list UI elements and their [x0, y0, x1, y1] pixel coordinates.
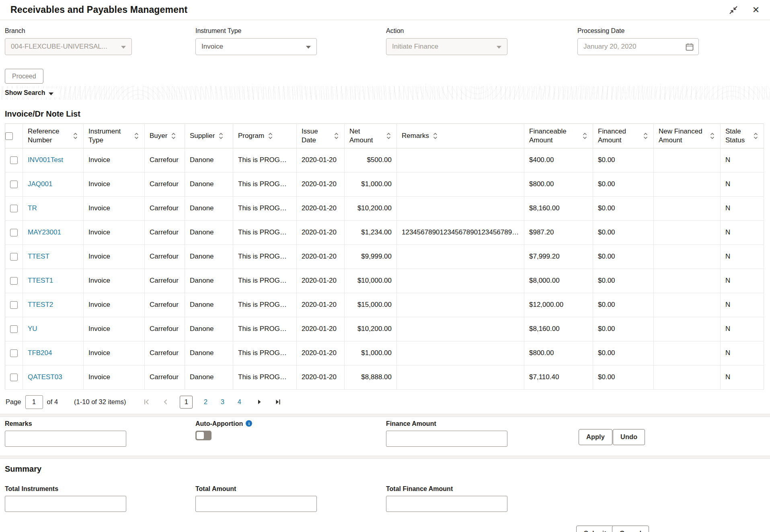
next-page-icon[interactable] [255, 398, 263, 406]
total-finance-amount-input[interactable] [386, 496, 507, 512]
page-button-3[interactable]: 3 [218, 398, 226, 406]
cell-reference: JAQ001 [23, 172, 84, 196]
auto-apportion-toggle[interactable] [195, 431, 211, 440]
column-header-buyer[interactable]: Buyer [145, 124, 185, 148]
page-button-4[interactable]: 4 [235, 398, 243, 406]
sort-icon[interactable] [433, 132, 437, 140]
column-label: New Financed Amount [659, 127, 706, 145]
total-amount-input[interactable] [195, 496, 317, 512]
cell-instrument-type: Invoice [84, 365, 145, 389]
column-header-remarks[interactable]: Remarks [397, 124, 524, 148]
toggle-knob [197, 432, 204, 439]
invoice-table-body: INV001TestInvoiceCarrefourDanoneThis is … [5, 148, 764, 389]
page-buttons: 1234 [180, 396, 243, 409]
sort-icon[interactable] [219, 132, 223, 140]
instrument-type-select[interactable]: Invoice [195, 38, 317, 55]
reference-link[interactable]: TTEST2 [28, 301, 53, 308]
info-icon[interactable]: i [246, 420, 252, 427]
select-all-checkbox[interactable] [5, 132, 13, 140]
invoice-list-title: Invoice/Dr Note List [5, 109, 770, 119]
column-header-instrument[interactable]: Instrument Type [84, 124, 145, 148]
sort-icon[interactable] [754, 132, 758, 140]
collapse-icon[interactable] [728, 5, 739, 15]
total-instruments-input[interactable] [5, 496, 126, 512]
first-page-icon[interactable] [143, 398, 150, 406]
sort-icon[interactable] [171, 132, 176, 140]
cell-net-amount: $10,000.00 [345, 269, 397, 293]
reference-link[interactable]: MAY23001 [28, 228, 61, 236]
column-header-program[interactable]: Program [233, 124, 297, 148]
cell-stale-status: N [721, 365, 764, 389]
cell-net-amount: $8,888.00 [345, 365, 397, 389]
sort-icon[interactable] [386, 132, 391, 140]
row-checkbox[interactable] [10, 325, 18, 333]
processing-date-field: Processing Date January 20, 2020 [577, 27, 699, 55]
cell-select [5, 317, 23, 341]
row-checkbox[interactable] [10, 253, 18, 261]
row-checkbox[interactable] [10, 349, 18, 357]
reference-link[interactable]: QATEST03 [28, 373, 62, 381]
column-header-supplier[interactable]: Supplier [185, 124, 233, 148]
cell-remarks [397, 244, 524, 269]
row-checkbox[interactable] [10, 277, 18, 285]
page-button-1[interactable]: 1 [180, 396, 193, 409]
sort-icon[interactable] [268, 132, 273, 140]
column-header-new_financed[interactable]: New Financed Amount [654, 124, 721, 148]
sort-icon[interactable] [710, 132, 715, 140]
row-checkbox[interactable] [10, 156, 18, 164]
remarks-input[interactable] [5, 431, 126, 447]
column-label: Instrument Type [88, 127, 130, 145]
cell-select [5, 269, 23, 293]
row-checkbox[interactable] [10, 205, 18, 212]
finance-amount-field: Finance Amount [386, 420, 507, 447]
chevron-down-icon [121, 46, 126, 49]
apply-button[interactable]: Apply [579, 429, 612, 445]
column-header-stale[interactable]: Stale Status [721, 124, 764, 148]
processing-date-input[interactable]: January 20, 2020 [577, 38, 699, 55]
branch-select[interactable]: 004-FLEXCUBE-UNIVERSAL... [5, 38, 132, 55]
row-checkbox[interactable] [10, 301, 18, 309]
column-header-financeable[interactable]: Financeable Amount [524, 124, 593, 148]
reference-link[interactable]: TFB204 [28, 349, 52, 357]
sort-icon[interactable] [134, 132, 139, 140]
submit-button[interactable]: Submit [576, 526, 614, 532]
sort-icon[interactable] [643, 132, 648, 140]
calendar-icon[interactable] [685, 42, 694, 54]
row-checkbox[interactable] [10, 229, 18, 236]
show-search-toggle[interactable]: Show Search [5, 88, 60, 97]
reference-link[interactable]: YU [28, 325, 37, 333]
reference-link[interactable]: INV001Test [28, 156, 63, 164]
cell-issue-date: 2020-01-20 [297, 220, 345, 244]
cell-reference: TTEST1 [23, 269, 84, 293]
last-page-icon[interactable] [274, 398, 282, 406]
cell-financeable-amount: $800.00 [524, 341, 593, 365]
column-header-ref[interactable]: Reference Number [23, 124, 84, 148]
cancel-button[interactable]: Cancel [612, 526, 649, 532]
row-checkbox[interactable] [10, 374, 18, 381]
action-select[interactable]: Initiate Finance [386, 38, 507, 55]
cell-financeable-amount: $8,160.00 [524, 317, 593, 341]
column-header-financed[interactable]: Financed Amount [593, 124, 654, 148]
auto-apportion-field: Auto-Apportioni [195, 420, 252, 440]
finance-amount-input[interactable] [386, 431, 507, 447]
close-icon[interactable]: ✕ [751, 5, 761, 15]
row-checkbox[interactable] [10, 181, 18, 188]
previous-page-icon[interactable] [162, 398, 169, 406]
page-button-2[interactable]: 2 [201, 398, 209, 406]
cell-new-financed-amount [654, 317, 721, 341]
sort-icon[interactable] [334, 132, 339, 140]
cell-remarks [397, 293, 524, 317]
sort-icon[interactable] [73, 132, 78, 140]
reference-link[interactable]: JAQ001 [28, 180, 52, 188]
sort-icon[interactable] [583, 132, 587, 140]
reference-link[interactable]: TTEST [28, 253, 49, 260]
column-label: Net Amount [349, 127, 382, 145]
undo-button[interactable]: Undo [613, 429, 645, 445]
reference-link[interactable]: TR [28, 204, 37, 212]
column-header-issue_date[interactable]: Issue Date [297, 124, 345, 148]
reference-link[interactable]: TTEST1 [28, 277, 53, 284]
proceed-button[interactable]: Proceed [5, 69, 43, 84]
column-header-net_amount[interactable]: Net Amount [345, 124, 397, 148]
cell-financeable-amount: $800.00 [524, 172, 593, 196]
page-number-input[interactable] [25, 395, 43, 409]
